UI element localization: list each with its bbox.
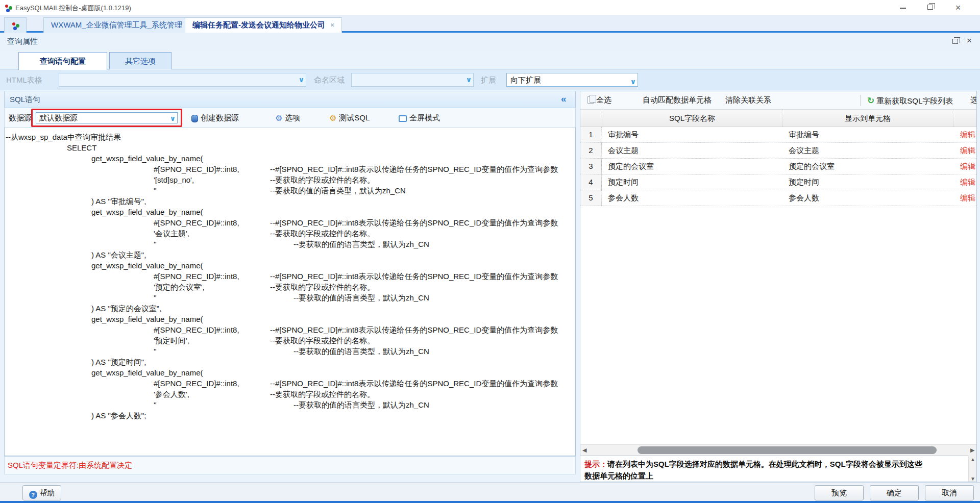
tab-wxwam[interactable]: WXWAM_企业微信管理工具_系统管理× xyxy=(43,17,199,33)
sql-code-line: ) AS "预定时间", xyxy=(5,357,575,367)
sql-code-line: ''--要获取的值的语言类型，默认为zh_CN xyxy=(5,346,575,357)
edit-link[interactable]: 编辑 xyxy=(960,193,977,203)
expand-select-value: 向下扩展 xyxy=(510,76,541,84)
scrollbar-thumb[interactable] xyxy=(638,446,937,454)
cancel-button[interactable]: 取消 xyxy=(925,485,974,500)
test-sql-button[interactable]: ⚙测试SQL xyxy=(329,112,370,124)
clipped-toolbar-label: 选 xyxy=(970,95,977,104)
edit-link[interactable]: 编辑 xyxy=(960,130,977,140)
sql-code-line: --从wxsp_sp_data中查询审批结果 xyxy=(5,132,575,142)
sql-code-line: '预定的会议室',--要获取的字段或控件的名称。 xyxy=(5,282,575,292)
sql-toolbar: 数据源 默认数据源 ∨ 创建数据源 ⚙选项 ⚙测试SQL 全屏模式 xyxy=(4,108,576,128)
select-all-button[interactable]: 全选 xyxy=(587,95,611,105)
dialog-close-icon[interactable]: × xyxy=(967,36,972,46)
sql-code-text: get_wxsp_field_value_by_name( xyxy=(5,368,203,377)
fullscreen-button[interactable]: 全屏模式 xyxy=(399,112,440,124)
fullscreen-label: 全屏模式 xyxy=(409,113,440,122)
tab-edit-task-close-icon[interactable]: × xyxy=(330,21,334,29)
ok-button[interactable]: 确定 xyxy=(870,485,919,500)
sql-code-line: ''--要获取的值的语言类型，默认为zh_CN xyxy=(5,399,575,410)
scroll-right-icon[interactable]: ▶ xyxy=(970,447,974,454)
tab-query-config-label: 查询语句配置 xyxy=(40,53,86,66)
home-tab[interactable] xyxy=(4,17,27,33)
edit-link[interactable]: 编辑 xyxy=(960,146,977,156)
hint-prefix: 提示： xyxy=(584,460,607,468)
sql-code-comment: --要获取的字段或控件的名称。 xyxy=(270,228,375,239)
sql-panel-header: SQL语句 « xyxy=(4,91,576,108)
tab-query-config[interactable]: 查询语句配置 xyxy=(18,52,107,70)
sql-code-comment: --要获取的值的语言类型，默认为zh_CN xyxy=(293,292,429,303)
edit-link[interactable]: 编辑 xyxy=(960,162,977,171)
row-number: 4 xyxy=(580,174,602,190)
expand-label: 扩展 xyxy=(481,76,496,85)
refresh-fields-button[interactable]: ↻重新获取SQL字段列表 xyxy=(867,95,953,106)
sql-code-line: get_wxsp_field_value_by_name( xyxy=(5,207,575,217)
fullscreen-icon xyxy=(399,115,407,122)
minimize-button[interactable] xyxy=(891,0,915,15)
restore-button[interactable] xyxy=(919,0,942,15)
restore-icon xyxy=(927,5,933,10)
variable-note-bar: SQL语句变量定界符:由系统配置决定 xyxy=(4,456,576,474)
table-row[interactable]: 4预定时间预定时间编辑 xyxy=(580,174,977,190)
close-button[interactable]: × xyxy=(946,0,970,15)
clipped-toolbar-button[interactable]: 选 xyxy=(970,95,977,105)
datasource-select-value: 默认数据源 xyxy=(39,113,78,122)
named-range-select[interactable]: ∨ xyxy=(351,73,474,87)
create-datasource-button[interactable]: 创建数据源 xyxy=(191,112,239,124)
sql-code-line: #[SPNO_REC_ID]#::int8,--#[SPNO_REC_ID]#:… xyxy=(5,378,575,389)
sql-code-line: get_wxsp_field_value_by_name( xyxy=(5,260,575,271)
sql-code-comment: --要获取的字段或控件的名称。 xyxy=(270,335,375,346)
row-number: 1 xyxy=(580,127,602,142)
collapse-panel-icon[interactable]: « xyxy=(561,93,567,105)
minimize-icon xyxy=(900,8,906,9)
help-button[interactable]: ?帮助 xyxy=(22,485,61,500)
column-header-sql-field[interactable]: SQL字段名称 xyxy=(602,114,782,123)
create-datasource-label: 创建数据源 xyxy=(201,113,239,122)
edit-link[interactable]: 编辑 xyxy=(960,178,977,187)
sql-code-text: '会议主题', xyxy=(5,229,189,238)
dialog-header: 查询属性 × xyxy=(0,33,980,50)
app-logo-icon xyxy=(5,5,8,8)
table-row[interactable]: 3预定的会议室预定的会议室编辑 xyxy=(580,159,977,174)
scroll-up-icon[interactable]: ▲ xyxy=(970,457,975,462)
window-title: EasySQLMAIL控制台-桌面版(1.0.1219) xyxy=(15,4,131,13)
preview-button[interactable]: 预览 xyxy=(815,485,864,500)
table-row[interactable]: 5参会人数参会人数编辑 xyxy=(580,190,977,206)
sql-code-editor[interactable]: --从wxsp_sp_data中查询审批结果SELECTget_wxsp_fie… xyxy=(4,128,576,456)
sql-code-comment: --#[SPNO_REC_ID]#::int8表示以传递给任务的SPNO_REC… xyxy=(270,378,558,389)
sql-code-text: get_wxsp_field_value_by_name( xyxy=(5,154,203,163)
sql-code-line: ''--要获取的值的语言类型，默认为zh_CN xyxy=(5,185,575,196)
scroll-down-icon[interactable]: ▼ xyxy=(970,476,975,482)
sql-field-name: 预定的会议室 xyxy=(608,162,654,171)
options-button[interactable]: ⚙选项 xyxy=(275,112,300,124)
tab-edit-task[interactable]: 编辑任务配置-发送会议通知给物业公司× xyxy=(185,17,342,33)
sql-code-line: ) AS "预定的会议室", xyxy=(5,303,575,314)
fields-table-header: SQL字段名称 显示到单元格 xyxy=(580,110,977,127)
vertical-scrollbar[interactable]: ▲ ▼ xyxy=(968,456,977,482)
column-header-target-cell[interactable]: 显示到单元格 xyxy=(782,114,953,123)
hint-text-line2: 数据单元格的位置上 xyxy=(584,471,653,481)
dialog-restore-icon[interactable] xyxy=(952,39,958,44)
html-table-select[interactable]: ∨ xyxy=(59,73,306,87)
tab-other-options[interactable]: 其它选项 xyxy=(109,52,172,69)
horizontal-scrollbar[interactable]: ◀ ▶ xyxy=(580,444,977,456)
datasource-select[interactable]: 默认数据源 ∨ xyxy=(36,112,178,123)
tab-edit-task-label: 编辑任务配置-发送会议通知给物业公司 xyxy=(192,20,325,29)
sql-code-text: #[SPNO_REC_ID]#::int8, xyxy=(5,325,239,334)
target-cell-value: 参会人数 xyxy=(789,193,819,203)
sql-code-text: '预定的会议室', xyxy=(5,283,205,291)
table-row[interactable]: 1审批编号审批编号编辑 xyxy=(580,127,977,143)
sql-code-line: ''--要获取的值的语言类型，默认为zh_CN xyxy=(5,292,575,303)
clear-relations-button[interactable]: 清除关联关系 xyxy=(725,95,771,105)
table-row[interactable]: 2会议主题会议主题编辑 xyxy=(580,143,977,159)
app-window: EasySQLMAIL控制台-桌面版(1.0.1219) × WXWAM_企业微… xyxy=(0,0,980,503)
scroll-left-icon[interactable]: ◀ xyxy=(582,447,586,454)
expand-select[interactable]: 向下扩展 ∨ xyxy=(506,73,638,87)
sql-code-comment: --要获取的值的语言类型，默认为zh_CN xyxy=(293,239,429,249)
sql-code-text: #[SPNO_REC_ID]#::int8, xyxy=(5,165,239,173)
auto-match-button[interactable]: 自动匹配数据单元格 xyxy=(643,95,712,105)
wrench-icon: ⚙ xyxy=(275,114,282,122)
sql-code-text: get_wxsp_field_value_by_name( xyxy=(5,315,203,323)
sql-code-comment: --#[SPNO_REC_ID]#::int8表示以传递给任务的SPNO_REC… xyxy=(270,164,558,174)
target-cell-value: 审批编号 xyxy=(789,130,819,140)
